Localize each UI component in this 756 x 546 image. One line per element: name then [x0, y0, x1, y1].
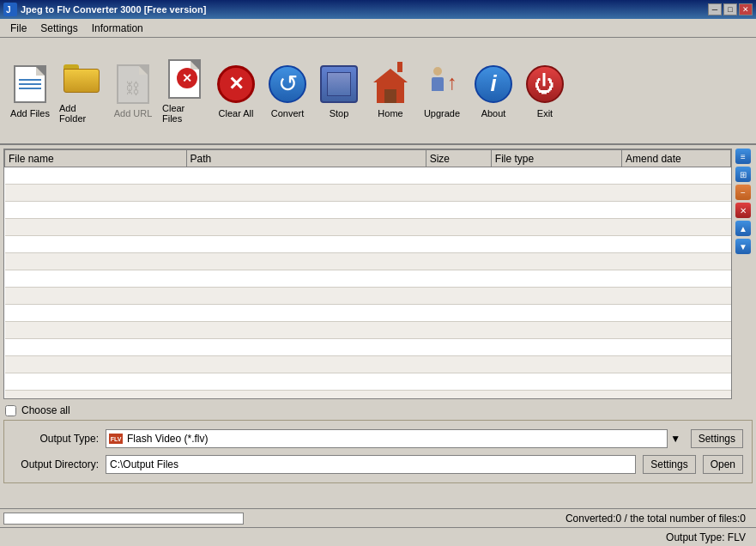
output-dir-input[interactable]: [106, 455, 636, 474]
side-down-button[interactable]: ▼: [735, 239, 751, 254]
about-label: About: [481, 108, 506, 118]
add-url-label: Add URL: [114, 108, 153, 118]
col-size-header: Size: [426, 150, 491, 167]
stop-icon: [318, 64, 360, 105]
home-icon: [370, 64, 411, 105]
status-bar: Converted:0 / the total number of files:…: [0, 508, 756, 527]
col-path-header: Path: [186, 150, 426, 167]
maximize-button[interactable]: □: [723, 3, 737, 15]
add-url-icon: ⛓: [112, 64, 154, 105]
side-x-button[interactable]: ✕: [735, 203, 751, 218]
table-row: [5, 305, 731, 322]
open-button[interactable]: Open: [703, 455, 743, 474]
type-bar: Output Type: FLV: [0, 527, 756, 546]
table-row: [5, 167, 731, 185]
output-type-label: Output Type:: [13, 433, 99, 445]
status-text: Converted:0 / the total number of files:…: [244, 513, 753, 525]
choose-all-row: Choose all: [0, 403, 756, 418]
col-filename-header: File name: [5, 150, 187, 167]
add-folder-icon: [61, 58, 102, 100]
menu-file[interactable]: File: [3, 21, 33, 36]
about-button[interactable]: i About: [469, 44, 518, 138]
close-button[interactable]: ✕: [739, 3, 753, 15]
clear-all-button[interactable]: ✕ Clear All: [211, 44, 261, 138]
side-up-button[interactable]: ▲: [735, 221, 751, 236]
app-icon: J: [3, 3, 17, 16]
home-button[interactable]: Home: [366, 44, 415, 138]
clear-all-label: Clear All: [219, 108, 254, 118]
exit-icon: ⏻: [524, 64, 565, 105]
col-amend-header: Amend date: [622, 150, 731, 167]
upgrade-button[interactable]: ↑ Upgrade: [417, 44, 467, 138]
choose-all-label[interactable]: Choose all: [5, 404, 751, 416]
home-label: Home: [378, 108, 402, 118]
clear-files-button[interactable]: ✕ Clear Files: [160, 44, 209, 138]
window-title: Jpeg to Flv Converter 3000 [Free version…: [21, 4, 206, 15]
table-row: [5, 202, 731, 219]
choose-all-checkbox[interactable]: [5, 405, 16, 416]
output-settings-panel: Output Type: FLV Flash Video (*.flv) AVI…: [3, 420, 753, 483]
add-folder-button[interactable]: Add Folder: [57, 44, 106, 138]
table-row: [5, 253, 731, 270]
add-url-button: ⛓ Add URL: [108, 44, 158, 138]
table-row: [5, 219, 731, 236]
stop-label: Stop: [330, 108, 349, 118]
table-row: [5, 270, 731, 288]
side-panel: ≡ ⊞ − ✕ ▲ ▼: [734, 145, 753, 258]
minimize-button[interactable]: ─: [708, 3, 722, 15]
table-row: [5, 185, 731, 202]
output-type-settings-button[interactable]: Settings: [691, 429, 743, 448]
menu-information[interactable]: Information: [85, 21, 150, 36]
choose-all-text: Choose all: [21, 404, 70, 416]
col-filetype-header: File type: [491, 150, 621, 167]
stop-button[interactable]: Stop: [314, 44, 364, 138]
convert-button[interactable]: ↺ Convert: [263, 44, 312, 138]
title-bar-controls: ─ □ ✕: [708, 3, 753, 15]
output-type-row: Output Type: FLV Flash Video (*.flv) AVI…: [13, 429, 743, 448]
svg-text:J: J: [6, 5, 11, 15]
output-dir-settings-button[interactable]: Settings: [643, 455, 695, 474]
clear-files-icon: ✕: [164, 58, 205, 100]
add-folder-label: Add Folder: [59, 103, 104, 124]
clear-all-icon: ✕: [215, 64, 257, 105]
clear-files-label: Clear Files: [162, 103, 207, 124]
table-row: [5, 356, 731, 373]
progress-bar: [3, 513, 244, 525]
file-table-container: File name Path Size File type Amend date: [3, 149, 732, 399]
output-dir-label: Output Directory:: [13, 458, 99, 470]
add-files-label: Add Files: [10, 108, 50, 118]
about-icon: i: [473, 64, 514, 105]
output-type-select-wrapper: FLV Flash Video (*.flv) AVI (*.avi) MP4 …: [106, 429, 684, 448]
output-dir-row: Output Directory: Settings Open: [13, 455, 743, 474]
menu-bar: File Settings Information: [0, 19, 756, 38]
output-type-select[interactable]: Flash Video (*.flv) AVI (*.avi) MP4 (*.m…: [106, 429, 684, 448]
menu-settings[interactable]: Settings: [33, 21, 84, 36]
side-grid-button[interactable]: ⊞: [735, 167, 751, 182]
file-table: File name Path Size File type Amend date: [4, 149, 731, 399]
convert-icon: ↺: [267, 64, 308, 105]
toolbar: Add Files Add Folder ⛓ Add URL ✕ Clear F…: [0, 38, 756, 145]
add-files-button[interactable]: Add Files: [5, 44, 55, 138]
convert-label: Convert: [271, 108, 305, 118]
exit-label: Exit: [537, 108, 553, 118]
upgrade-label: Upgrade: [424, 108, 460, 118]
table-row: [5, 322, 731, 339]
side-list-button[interactable]: ≡: [735, 149, 751, 164]
output-type-status: Output Type: FLV: [666, 531, 753, 543]
table-row: [5, 288, 731, 305]
table-row: [5, 339, 731, 356]
add-files-icon: [9, 64, 51, 105]
exit-button[interactable]: ⏻ Exit: [520, 44, 570, 138]
title-bar-left: J Jpeg to Flv Converter 3000 [Free versi…: [3, 3, 206, 16]
table-row: [5, 391, 731, 400]
upgrade-icon: ↑: [421, 64, 463, 105]
title-bar: J Jpeg to Flv Converter 3000 [Free versi…: [0, 0, 756, 19]
table-row: [5, 373, 731, 391]
side-minus-button[interactable]: −: [735, 185, 751, 200]
table-row: [5, 236, 731, 253]
